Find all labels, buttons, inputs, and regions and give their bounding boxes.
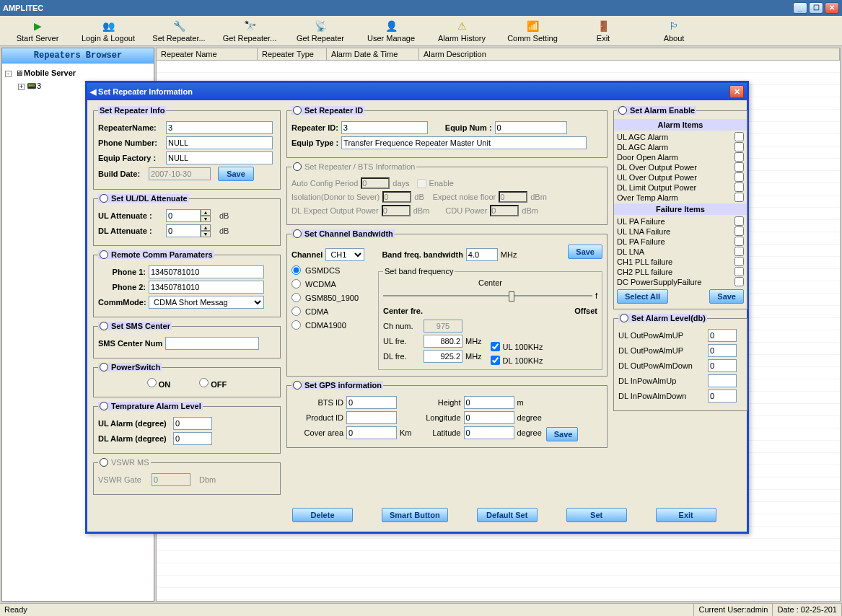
phone1-input[interactable] <box>149 265 264 278</box>
chbw-save-button[interactable]: Save <box>568 245 602 259</box>
toolbar-set-repeater-[interactable]: 🔧Set Repeater... <box>146 17 212 45</box>
ul-100khz-chk[interactable]: UL 100KHz <box>491 342 543 351</box>
repeater-name-input[interactable] <box>166 121 273 134</box>
repeater-id-input[interactable] <box>341 121 428 134</box>
dialog-right-col: Set Alarm Enable Alarm Items UL AGC Alar… <box>613 106 747 499</box>
product-id-label: Product ID <box>291 413 343 422</box>
alarm-level-input[interactable] <box>708 344 737 357</box>
dl-att-input[interactable] <box>166 224 201 237</box>
sms-num-input[interactable] <box>165 337 259 350</box>
commmode-select[interactable]: CDMA Short Messag <box>149 296 264 309</box>
dl-att-up[interactable]: ▲ <box>201 224 211 231</box>
toolbar-comm-setting[interactable]: 📶Comm Setting <box>499 17 566 45</box>
toolbar-exit[interactable]: 🚪Exit <box>570 17 636 45</box>
alarm-checkbox[interactable] <box>734 226 744 236</box>
col-repeater-type[interactable]: Repeater Type <box>258 48 327 60</box>
bandwidth-input[interactable] <box>466 248 498 261</box>
toolbar-start-server[interactable]: ▶Start Server <box>4 17 71 45</box>
product-id-input[interactable] <box>346 411 397 424</box>
alarm-level-input[interactable] <box>708 359 737 372</box>
app-title: AMPLITEC <box>3 4 43 12</box>
dl-temp-input[interactable] <box>173 432 212 445</box>
toolbar-get-repeater-[interactable]: 🔭Get Repeater... <box>216 17 283 45</box>
phone2-input[interactable] <box>149 281 264 294</box>
alarm-checkbox[interactable] <box>734 182 744 192</box>
dl-fre-input[interactable] <box>424 350 462 363</box>
toolbar-get-repeater[interactable]: 📡Get Repeater <box>287 17 354 45</box>
default-set-button[interactable]: Default Set <box>477 508 538 522</box>
ul-att-up[interactable]: ▲ <box>201 209 211 216</box>
alarm-checkbox[interactable] <box>734 172 744 182</box>
longitude-input[interactable] <box>464 411 514 424</box>
equip-factory-input[interactable] <box>166 151 273 164</box>
alarm-checkbox[interactable] <box>734 277 744 286</box>
ul-temp-input[interactable] <box>173 417 212 430</box>
bts-id-input[interactable] <box>346 396 397 409</box>
col-alarm-date[interactable]: Alarm Date & Time <box>327 48 419 60</box>
toolbar-about[interactable]: 🏳About <box>641 17 707 45</box>
power-off-radio[interactable]: OFF <box>199 378 227 389</box>
latitude-input[interactable] <box>464 426 514 439</box>
save-info-button[interactable]: Save <box>218 167 254 181</box>
center-slider[interactable]: f <box>383 287 597 304</box>
equip-type-label: Equip Type : <box>291 138 338 147</box>
equip-type-input[interactable] <box>341 136 587 149</box>
mode-gsm850_1900[interactable]: GSM850_1900 <box>291 293 371 302</box>
dialog-titlebar[interactable]: ◀ Set Repeater Information ✕ <box>87 83 747 100</box>
alarm-checkbox[interactable] <box>734 162 744 172</box>
exit-button[interactable]: Exit <box>656 508 716 522</box>
dl-att-down[interactable]: ▼ <box>201 231 211 237</box>
col-repeater-name[interactable]: Repeater Name <box>157 48 258 60</box>
gps-save-button[interactable]: Save <box>546 427 578 441</box>
tree-collapser-icon[interactable]: + <box>18 84 25 90</box>
mode-cdma[interactable]: CDMA <box>291 307 371 316</box>
alarm-checkbox[interactable] <box>734 247 744 256</box>
toolbar-alarm-history[interactable]: ⚠Alarm History <box>429 17 495 45</box>
toolbar-user-manage[interactable]: 👤User Manage <box>358 17 424 45</box>
ul-att-input[interactable] <box>166 209 201 222</box>
dl-100khz-chk[interactable]: DL 100KHz <box>491 356 543 365</box>
smart-button[interactable]: Smart Button <box>382 508 448 522</box>
tree-root[interactable]: Mobile Server <box>24 69 76 77</box>
channel-select[interactable]: CH1 <box>325 248 364 261</box>
ul-fre-input[interactable] <box>424 335 462 348</box>
legend-attenuate: Set UL/DL Attenuate <box>98 194 189 203</box>
alarm-checkbox[interactable] <box>734 152 744 162</box>
alarm-level-input[interactable] <box>708 390 737 402</box>
power-on-radio[interactable]: ON <box>147 378 171 389</box>
alarm-save-button[interactable]: Save <box>709 289 744 304</box>
toolbar-label: Login & Logout <box>82 34 135 43</box>
tree-child[interactable]: 3 <box>37 82 41 90</box>
remote-comm-group: Remote Comm Paramaters Phone 1: Phone 2:… <box>93 250 281 317</box>
maximize-button[interactable]: ☐ <box>809 2 823 14</box>
alarm-checkbox[interactable] <box>734 193 744 202</box>
alarm-checkbox[interactable] <box>734 237 744 246</box>
dialog-close-button[interactable]: ✕ <box>729 85 744 98</box>
height-input[interactable] <box>464 396 514 409</box>
col-alarm-desc[interactable]: Alarm Description <box>419 48 840 60</box>
alarm-checkbox[interactable] <box>734 267 744 276</box>
phone-number-input[interactable] <box>166 136 273 149</box>
alarm-checkbox[interactable] <box>734 257 744 266</box>
mode-gsmdcs[interactable]: GSMDCS <box>291 265 371 275</box>
toolbar-login-logout[interactable]: 👥Login & Logout <box>75 17 141 45</box>
mode-cdma1900[interactable]: CDMA1900 <box>291 320 371 330</box>
alarm-checkbox[interactable] <box>734 216 744 226</box>
delete-button[interactable]: Delete <box>292 508 353 522</box>
alarm-door-open-alarm: Door Open Alarm <box>617 152 744 162</box>
ul-att-down[interactable]: ▼ <box>201 216 211 222</box>
enf-label: Expect noise floor <box>433 193 496 201</box>
alarm-level-input[interactable] <box>708 329 737 342</box>
slider-f-label: f <box>595 291 597 300</box>
equip-num-input[interactable] <box>495 121 567 134</box>
cover-area-input[interactable] <box>346 426 397 439</box>
alarm-checkbox[interactable] <box>734 142 744 151</box>
mode-wcdma[interactable]: WCDMA <box>291 279 371 289</box>
alarm-level-input[interactable] <box>708 374 737 387</box>
alarm-checkbox[interactable] <box>734 132 744 141</box>
select-all-button[interactable]: Select All <box>617 289 668 304</box>
set-button[interactable]: Set <box>566 508 627 522</box>
tree-collapser-icon[interactable]: - <box>5 71 12 77</box>
minimize-button[interactable]: _ <box>793 2 807 14</box>
close-button[interactable]: ✕ <box>825 2 839 14</box>
